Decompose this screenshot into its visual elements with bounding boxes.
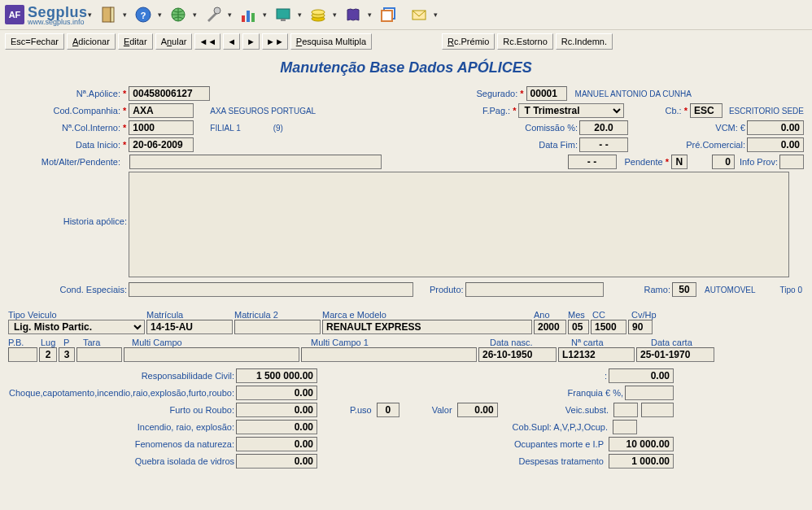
fpag-select[interactable]: T Trimestral [518, 103, 624, 118]
cov-resp-input[interactable] [236, 368, 317, 383]
main-toolbar: AF Segplus www.segplus.info ▾ ▾ ?▾ ▾ ▾ ▾… [0, 0, 812, 29]
cancel-button[interactable]: Anular [155, 33, 193, 50]
veh-datacarta-input[interactable] [636, 347, 714, 362]
cov-fenom-input[interactable] [236, 437, 317, 451]
dd-icon[interactable]: ▾ [123, 11, 127, 19]
colinterno-link[interactable]: FILIAL 1 [210, 124, 240, 133]
companhia-input[interactable] [129, 103, 194, 118]
cov-furto-input[interactable] [236, 403, 317, 417]
lbl-cov-ocup: Ocupantes morte e I.P [514, 439, 605, 449]
door-icon[interactable] [97, 3, 120, 26]
dd-icon[interactable]: ▾ [228, 11, 232, 19]
apolice-input[interactable] [129, 86, 210, 101]
nav-prev-button[interactable]: ◄ [223, 33, 240, 50]
add-button[interactable]: Adicionar [67, 33, 116, 50]
veh-matricula2-input[interactable] [234, 320, 321, 334]
rc-premio-button[interactable]: Rc.Prémio [442, 33, 495, 50]
lbl-veh-ncarta: Nª carta [571, 338, 651, 347]
lbl-veh-matricula2: Matricula 2 [234, 310, 322, 320]
ramo-input[interactable] [672, 282, 696, 297]
datainicio-input[interactable] [129, 137, 194, 152]
lbl-datainicio: Data Inicio: [8, 140, 122, 150]
vcm-input[interactable] [747, 120, 804, 135]
lbl-veh-ano: Ano [534, 310, 568, 320]
veh-matricula-input[interactable] [146, 320, 233, 334]
cov-franquia-input[interactable] [625, 386, 674, 400]
comissao-input[interactable] [579, 120, 628, 135]
cond-input[interactable] [129, 282, 413, 297]
cb-input[interactable] [690, 103, 723, 118]
nav-next-button[interactable]: ► [242, 33, 260, 50]
close-button[interactable]: Esc=Fechar [5, 33, 64, 50]
veh-tara-input[interactable] [76, 347, 122, 362]
dd-icon[interactable]: ▾ [158, 11, 162, 19]
ramo-link[interactable]: AUTOMOVEL [705, 286, 756, 294]
book-icon[interactable] [342, 3, 365, 26]
veh-tipo-select[interactable]: Lig. Misto Partic. [8, 320, 145, 334]
cov-veic-input[interactable] [613, 403, 638, 417]
pendente-num-input[interactable] [712, 155, 735, 169]
precom-input[interactable] [747, 137, 804, 152]
nav-last-button[interactable]: ►► [262, 33, 288, 50]
cov-veic2-input[interactable] [641, 403, 674, 417]
motalter-input[interactable] [129, 155, 382, 169]
cov-quebra-input[interactable] [236, 454, 317, 469]
logo-dropdown-icon[interactable]: ▾ [88, 11, 92, 19]
veh-datanasc-input[interactable] [478, 347, 557, 362]
dd-icon[interactable]: ▾ [333, 11, 337, 19]
dd-icon[interactable]: ▾ [434, 11, 438, 19]
dd-icon[interactable]: ▾ [193, 11, 197, 19]
colinterno-input[interactable] [129, 120, 194, 135]
dd-icon[interactable]: ▾ [263, 11, 267, 19]
coins-icon[interactable] [307, 3, 330, 26]
datafim-input[interactable] [579, 137, 628, 152]
windows-icon[interactable] [377, 3, 399, 26]
tools-icon[interactable] [202, 3, 225, 26]
veh-marca-input[interactable] [322, 320, 532, 334]
rc-indemn-button[interactable]: Rc.Indemn. [556, 33, 613, 50]
cov-resp2-input[interactable] [609, 368, 674, 383]
segurado-link[interactable]: MANUEL ANTONIO DA CUNHA [575, 89, 692, 98]
svg-text:?: ? [140, 11, 146, 20]
veh-ncarta-input[interactable] [558, 347, 635, 362]
cov-valor-input[interactable] [457, 403, 498, 417]
action-toolbar: Esc=Fechar Adicionar Editar Anular ◄◄ ◄ … [0, 29, 812, 53]
lbl-cond: Cond. Especiais: [8, 285, 129, 294]
veh-multi-input[interactable] [124, 347, 299, 362]
mail-icon[interactable] [408, 3, 430, 26]
help-icon[interactable]: ? [132, 3, 155, 26]
cov-puso-input[interactable] [377, 403, 399, 417]
rc-estorno-button[interactable]: Rc.Estorno [497, 33, 552, 50]
historia-textarea[interactable] [129, 172, 789, 277]
monitor-icon[interactable] [272, 3, 295, 26]
multi-search-button[interactable]: Pesquisa Multipla [290, 33, 372, 50]
globe-icon[interactable] [167, 3, 190, 26]
veh-p-input[interactable] [59, 347, 75, 362]
lbl-comissao: Comissão %: [514, 123, 579, 133]
logo-mark-icon: AF [5, 5, 24, 24]
datafim2-input[interactable] [568, 155, 617, 169]
veh-lug-input[interactable] [39, 347, 57, 362]
dd-icon[interactable]: ▾ [368, 11, 372, 19]
cov-cobsupl-input[interactable] [613, 420, 637, 434]
dd-icon[interactable]: ▾ [298, 11, 302, 19]
veh-cc-input[interactable] [591, 320, 626, 334]
produto-input[interactable] [465, 282, 604, 297]
cov-incendio-input[interactable] [236, 420, 317, 434]
infoprov-input[interactable] [779, 155, 804, 169]
veh-mes-input[interactable] [568, 320, 589, 334]
veh-ano-input[interactable] [534, 320, 566, 334]
segurado-input[interactable] [526, 86, 567, 101]
veh-pb-input[interactable] [8, 347, 37, 362]
chart-icon[interactable] [237, 3, 260, 26]
companhia-link[interactable]: AXA SEGUROS PORTUGAL [210, 107, 316, 116]
cov-ocup-input[interactable] [609, 437, 674, 451]
cov-choque-input[interactable] [236, 386, 317, 400]
veh-cvhp-input[interactable] [628, 320, 653, 334]
pendente-input[interactable] [671, 155, 688, 169]
edit-button[interactable]: Editar [118, 33, 153, 50]
nav-first-button[interactable]: ◄◄ [194, 33, 220, 50]
cov-desp-input[interactable] [609, 454, 674, 469]
veh-multi1-input[interactable] [301, 347, 477, 362]
cb-link[interactable]: ESCRITORIO SEDE [729, 107, 804, 116]
